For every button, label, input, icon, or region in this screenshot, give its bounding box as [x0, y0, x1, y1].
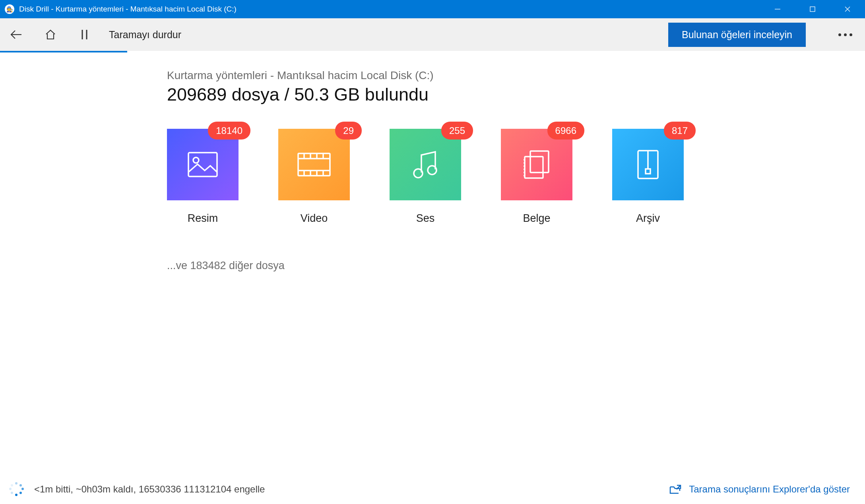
- svg-point-8: [193, 157, 199, 163]
- card-video[interactable]: 29 Video: [278, 129, 350, 225]
- archive-label: Arşiv: [636, 212, 660, 225]
- app-icon: 🧑‍🔧: [5, 4, 14, 14]
- archive-count-badge: 817: [664, 122, 696, 140]
- stop-scan-button[interactable]: Taramayı durdur: [109, 29, 181, 41]
- card-image[interactable]: 18140 Resim: [167, 129, 239, 225]
- image-tile: 18140: [167, 129, 239, 200]
- maximize-button[interactable]: [795, 0, 830, 18]
- card-audio[interactable]: 255 Ses: [390, 129, 461, 225]
- review-found-items-button[interactable]: Bulunan öğeleri inceleyin: [668, 23, 806, 47]
- image-label: Resim: [188, 212, 218, 225]
- statusbar: <1m bitti, ~0h03m kaldı, 16530336 111312…: [0, 475, 865, 504]
- music-icon: [411, 149, 439, 180]
- svg-rect-22: [530, 151, 549, 173]
- card-archive[interactable]: 817 Arşiv: [612, 129, 684, 225]
- svg-rect-1: [810, 7, 815, 12]
- card-document[interactable]: 6966 Belge: [501, 129, 572, 225]
- svg-point-21: [428, 166, 436, 174]
- status-text: <1m bitti, ~0h03m kaldı, 16530336 111312…: [34, 484, 669, 495]
- svg-rect-7: [188, 153, 217, 176]
- close-button[interactable]: [830, 0, 865, 18]
- image-count-badge: 18140: [208, 122, 250, 140]
- loading-spinner-icon: [10, 482, 24, 496]
- window-controls: [760, 0, 865, 18]
- document-label: Belge: [523, 212, 550, 225]
- summary-heading: 209689 dosya / 50.3 GB bulundu: [167, 84, 865, 105]
- video-label: Video: [301, 212, 328, 225]
- video-count-badge: 29: [335, 122, 362, 140]
- minimize-button[interactable]: [760, 0, 795, 18]
- toolbar: Taramayı durdur Bulunan öğeleri inceleyi…: [0, 18, 865, 51]
- audio-label: Ses: [416, 212, 435, 225]
- svg-rect-27: [646, 169, 650, 174]
- film-icon: [297, 152, 331, 177]
- picture-icon: [187, 151, 218, 178]
- content-area: Kurtarma yöntemleri - Mantıksal hacim Lo…: [0, 51, 865, 475]
- show-in-explorer-link[interactable]: Tarama sonuçlarını Explorer'da göster: [669, 484, 850, 495]
- document-tile: 6966: [501, 129, 572, 200]
- titlebar: 🧑‍🔧 Disk Drill - Kurtarma yöntemleri - M…: [0, 0, 865, 18]
- breadcrumb: Kurtarma yöntemleri - Mantıksal hacim Lo…: [167, 69, 865, 82]
- svg-point-20: [414, 169, 423, 178]
- open-folder-icon: [669, 484, 682, 495]
- other-files-text: ...ve 183482 diğer dosya: [167, 260, 865, 272]
- audio-tile: 255: [390, 129, 461, 200]
- audio-count-badge: 255: [441, 122, 473, 140]
- explorer-link-text: Tarama sonuçlarını Explorer'da göster: [689, 484, 850, 495]
- svg-rect-23: [525, 157, 543, 178]
- video-tile: 29: [278, 129, 350, 200]
- scan-progress-bar: [0, 51, 127, 52]
- archive-tile: 817: [612, 129, 684, 200]
- svg-rect-9: [298, 153, 330, 176]
- category-cards: 18140 Resim 29 Video 255 Ses 6966: [167, 129, 865, 225]
- document-icon: [522, 149, 551, 180]
- window-title: Disk Drill - Kurtarma yöntemleri - Mantı…: [19, 5, 760, 14]
- back-button[interactable]: [7, 25, 25, 44]
- document-count-badge: 6966: [547, 122, 584, 140]
- more-menu-button[interactable]: [834, 29, 856, 40]
- home-button[interactable]: [41, 25, 60, 44]
- pause-button[interactable]: [76, 25, 94, 44]
- archive-icon: [636, 149, 660, 180]
